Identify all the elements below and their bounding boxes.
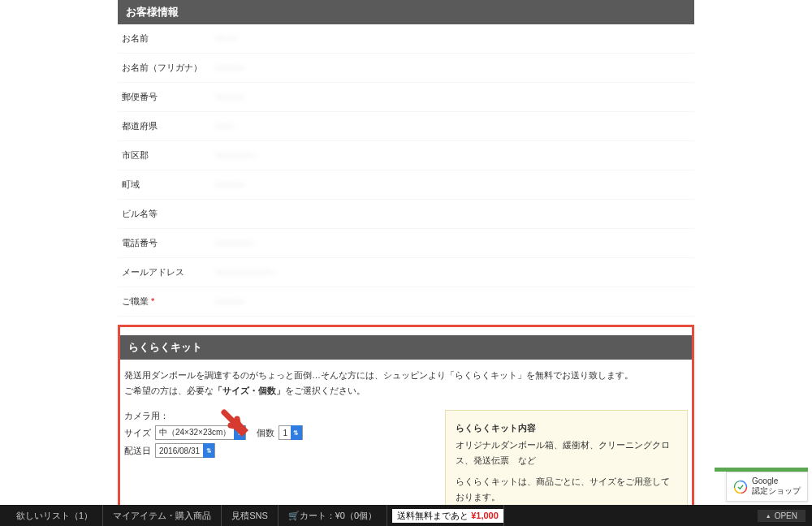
google-check-icon — [733, 480, 748, 494]
kit-info-desc: オリジナルダンボール箱、緩衝材、クリーニングクロス、発送伝票 など — [456, 438, 677, 468]
chevron-updown-icon: ⇅ — [234, 425, 245, 440]
label-building: ビル名等 — [118, 200, 211, 228]
value-town: ——— — [211, 170, 694, 199]
form-row: 都道府県—— — [118, 112, 694, 141]
label-city: 市区郡 — [118, 141, 211, 170]
qty-label: 個数 — [257, 427, 274, 439]
kit-intro-line2: ご希望の方は、必要な「サイズ・個数」をご選択ください。 — [124, 383, 688, 399]
google-certified-badge[interactable]: Google認定ショップ — [726, 472, 808, 502]
label-furigana: お名前（フリガナ） — [118, 54, 211, 82]
value-city: ———— — [211, 141, 694, 170]
size-select[interactable]: 中（24×32×23cm）⇅ — [155, 425, 246, 440]
date-select[interactable]: 2016/08/31⇅ — [155, 443, 215, 458]
kit-intro-line1: 発送用ダンボールを調達するのがちょっと面倒…そんな方には、シュッピンより「らくら… — [124, 368, 688, 383]
kit-info-title: らくらくキット内容 — [456, 420, 677, 436]
customer-form: お名前— — お名前（フリガナ）——— 郵便番号——— 都道府県—— 市区郡——… — [118, 24, 694, 317]
value-phone: ———— — [211, 229, 694, 257]
google-certified-text: 認定ショップ — [752, 485, 801, 497]
footer-wishlist[interactable]: 欲しいリスト（1） — [6, 505, 103, 526]
google-text: Google — [752, 476, 801, 485]
value-prefecture: —— — [211, 112, 694, 140]
camera-label: カメラ用： — [124, 410, 433, 422]
label-name: お名前 — [118, 24, 211, 53]
kit-header: らくらくキット — [120, 335, 692, 360]
label-zip: 郵便番号 — [118, 83, 211, 111]
date-label: 配送日 — [124, 445, 151, 457]
kit-highlight-box: らくらくキット 発送用ダンボールを調達するのがちょっと面倒…そんな方には、シュッ… — [118, 325, 694, 526]
footer-cart[interactable]: 🛒 カート：¥0（0個） — [279, 505, 387, 526]
kit-info-note1: らくらくキットは、商品ごとに、サイズをご用意しております。 — [456, 474, 677, 504]
footer-open-button[interactable]: OPEN — [758, 510, 806, 522]
size-row: サイズ 中（24×32×23cm）⇅ 個数 1⇅ — [124, 425, 433, 440]
form-row: 市区郡———— — [118, 141, 694, 170]
label-phone: 電話番号 — [118, 229, 211, 257]
value-name: — — — [211, 24, 694, 53]
form-row: 電話番号———— — [118, 229, 694, 258]
label-email: メールアドレス — [118, 258, 211, 287]
chevron-updown-icon: ⇅ — [203, 443, 214, 458]
footer-myitems[interactable]: マイアイテム・購入商品 — [103, 505, 222, 526]
date-row: 配送日 2016/08/31⇅ — [124, 443, 433, 458]
form-row: ご職業 *——— — [118, 287, 694, 317]
value-furigana: ——— — [211, 54, 694, 82]
cart-icon: 🛒 — [288, 511, 300, 521]
value-email: —————— — [211, 258, 694, 287]
label-prefecture: 都道府県 — [118, 112, 211, 140]
footer-sns[interactable]: 見積SNS — [222, 505, 279, 526]
form-row: お名前（フリガナ）——— — [118, 54, 694, 83]
size-label: サイズ — [124, 427, 151, 439]
kit-intro: 発送用ダンボールを調達するのがちょっと面倒…そんな方には、シュッピンより「らくら… — [120, 360, 692, 406]
value-occupation: ——— — [211, 287, 694, 316]
form-row: お名前— — — [118, 24, 694, 54]
customer-info-header: お客様情報 — [118, 0, 694, 24]
footer-bar: 欲しいリスト（1） マイアイテム・購入商品 見積SNS 🛒 カート：¥0（0個）… — [0, 505, 812, 526]
form-row: メールアドレス—————— — [118, 258, 694, 287]
value-zip: ——— — [211, 83, 694, 111]
label-town: 町域 — [118, 170, 211, 199]
form-row: 町域——— — [118, 170, 694, 200]
value-building — [211, 200, 694, 228]
footer-shipping: 送料無料まであと ¥1,000 — [387, 505, 504, 526]
chevron-updown-icon: ⇅ — [291, 425, 302, 440]
form-row: ビル名等 — [118, 200, 694, 229]
form-row: 郵便番号——— — [118, 83, 694, 112]
qty-select[interactable]: 1⇅ — [279, 425, 303, 440]
label-occupation: ご職業 * — [118, 287, 211, 316]
required-mark: * — [151, 296, 154, 306]
